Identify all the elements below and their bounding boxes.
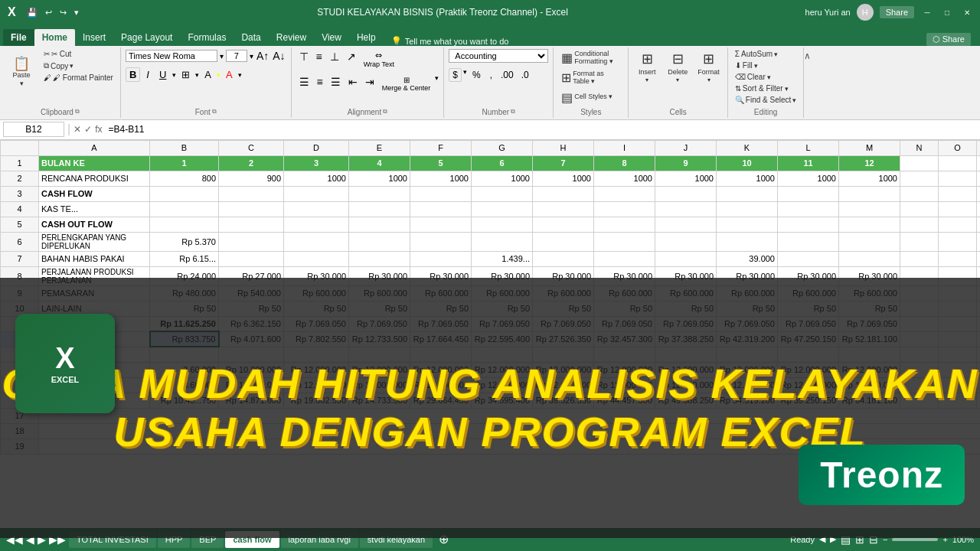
cell-i4[interactable]: [594, 201, 655, 217]
cell-f3[interactable]: [410, 186, 472, 201]
cell-a4[interactable]: KAS TE...: [39, 201, 150, 217]
increase-decimal-btn[interactable]: .00: [498, 68, 517, 82]
cell-n2[interactable]: [900, 171, 939, 186]
cell-f1[interactable]: 5: [410, 155, 472, 171]
cell-n7[interactable]: [900, 251, 939, 266]
font-size-input[interactable]: [226, 50, 247, 62]
col-header-n[interactable]: N: [900, 140, 939, 155]
sort-dropdown-icon[interactable]: ▾: [785, 85, 789, 93]
border-btn[interactable]: ⊞: [178, 67, 193, 82]
insert-function-btn[interactable]: fx: [95, 124, 102, 135]
cell-d7[interactable]: [284, 251, 349, 266]
cell-c6[interactable]: [219, 232, 284, 251]
format-painter-button[interactable]: 🖌 🖌 Format Painter: [41, 73, 116, 83]
cell-c2[interactable]: 900: [219, 171, 284, 186]
highlight-btn[interactable]: A: [201, 67, 214, 82]
find-select-btn[interactable]: 🔍 Find & Select ▾: [733, 95, 799, 105]
more-quick-btn[interactable]: ▾: [73, 6, 80, 19]
cell-k6[interactable]: [717, 232, 778, 251]
cell-c5[interactable]: [219, 217, 284, 232]
col-header-e[interactable]: E: [349, 140, 410, 155]
cut-button[interactable]: ✂ ✂ Cut: [41, 49, 116, 59]
tab-formulas[interactable]: Formulas: [180, 29, 234, 46]
undo-quick-btn[interactable]: ↩: [44, 6, 54, 19]
col-header-l[interactable]: L: [778, 140, 839, 155]
wrap-text-btn[interactable]: ⇔Wrap Text: [361, 49, 397, 70]
cell-g3[interactable]: [472, 186, 533, 201]
font-name-dropdown-icon[interactable]: ▾: [220, 52, 224, 60]
insert-btn[interactable]: ⊞ Insert ▾: [633, 49, 661, 85]
cell-p4[interactable]: [977, 201, 981, 217]
cell-i1[interactable]: 8: [594, 155, 655, 171]
cell-c4[interactable]: [219, 201, 284, 217]
thousands-btn[interactable]: ,: [486, 68, 496, 82]
currency-btn[interactable]: $: [449, 68, 462, 82]
zoom-slider[interactable]: [892, 538, 938, 541]
col-header-b[interactable]: B: [150, 140, 219, 155]
cell-d1[interactable]: 3: [284, 155, 349, 171]
tell-me-input[interactable]: Tell me what you want to do: [405, 37, 509, 46]
cell-a7[interactable]: BAHAN HABIS PAKAI: [39, 251, 150, 266]
close-btn[interactable]: ✕: [960, 5, 974, 19]
cell-i7[interactable]: [594, 251, 655, 266]
cell-n3[interactable]: [900, 186, 939, 201]
findselect-dropdown-icon[interactable]: ▾: [792, 96, 796, 104]
cell-e4[interactable]: [349, 201, 410, 217]
confirm-formula-btn[interactable]: ✓: [84, 124, 92, 135]
cell-j3[interactable]: [655, 186, 717, 201]
cell-o7[interactable]: [939, 251, 977, 266]
fill-dropdown-icon[interactable]: ▾: [754, 62, 758, 70]
cell-n6[interactable]: [900, 232, 939, 251]
cell-m5[interactable]: [839, 217, 900, 232]
cell-p7[interactable]: [977, 251, 981, 266]
align-middle-btn[interactable]: ≡: [313, 49, 325, 70]
delete-btn[interactable]: ⊟ Delete ▾: [664, 49, 691, 85]
cell-j2[interactable]: 1000: [655, 171, 717, 186]
autosum-btn[interactable]: Σ AutoSum ▾: [733, 49, 780, 59]
cell-h5[interactable]: [533, 217, 594, 232]
insert-dropdown-icon[interactable]: ▾: [645, 77, 648, 83]
paste-button[interactable]: 📋 Paste ▾: [5, 49, 38, 95]
tab-file[interactable]: File: [3, 29, 34, 46]
cell-i6[interactable]: [594, 232, 655, 251]
col-header-p[interactable]: P: [977, 140, 981, 155]
col-header-a[interactable]: A: [39, 140, 150, 155]
cell-l5[interactable]: [778, 217, 839, 232]
cell-b5[interactable]: [150, 217, 219, 232]
decrease-indent-btn[interactable]: ⇤: [345, 74, 361, 93]
cell-n1[interactable]: [900, 155, 939, 171]
cell-l1[interactable]: 11: [778, 155, 839, 171]
cell-d3[interactable]: [284, 186, 349, 201]
format-dropdown-icon[interactable]: ▾: [707, 77, 710, 83]
cell-o3[interactable]: [939, 186, 977, 201]
col-header-k[interactable]: K: [717, 140, 778, 155]
cell-n5[interactable]: [900, 217, 939, 232]
cell-h1[interactable]: 7: [533, 155, 594, 171]
cell-h7[interactable]: [533, 251, 594, 266]
cell-p3[interactable]: [977, 186, 981, 201]
cell-d6[interactable]: [284, 232, 349, 251]
cell-l6[interactable]: [778, 232, 839, 251]
cell-k4[interactable]: [717, 201, 778, 217]
font-name-input[interactable]: [126, 50, 217, 62]
fontcolor-dropdown-icon[interactable]: ▾: [238, 71, 242, 79]
align-bottom-btn[interactable]: ⊥: [327, 49, 342, 70]
cell-d5[interactable]: [284, 217, 349, 232]
cell-p2[interactable]: [977, 171, 981, 186]
share-btn[interactable]: Share: [880, 6, 914, 18]
number-format-dropdown[interactable]: Accounting General Number Currency Perce…: [449, 49, 548, 63]
cell-g5[interactable]: [472, 217, 533, 232]
cell-e5[interactable]: [349, 217, 410, 232]
tab-home[interactable]: Home: [34, 29, 75, 46]
cell-c3[interactable]: [219, 186, 284, 201]
cell-a3[interactable]: CASH FLOW: [39, 186, 150, 201]
cell-g1[interactable]: 6: [472, 155, 533, 171]
col-header-g[interactable]: G: [472, 140, 533, 155]
cell-j7[interactable]: [655, 251, 717, 266]
font-size-dropdown-icon[interactable]: ▾: [250, 52, 253, 60]
clipboard-expand-icon[interactable]: ⧉: [75, 108, 80, 116]
cell-l2[interactable]: 1000: [778, 171, 839, 186]
clear-btn[interactable]: ⌫ Clear ▾: [733, 72, 773, 82]
sort-filter-btn[interactable]: ⇅ Sort & Filter ▾: [733, 83, 791, 93]
percent-btn[interactable]: %: [469, 68, 485, 82]
